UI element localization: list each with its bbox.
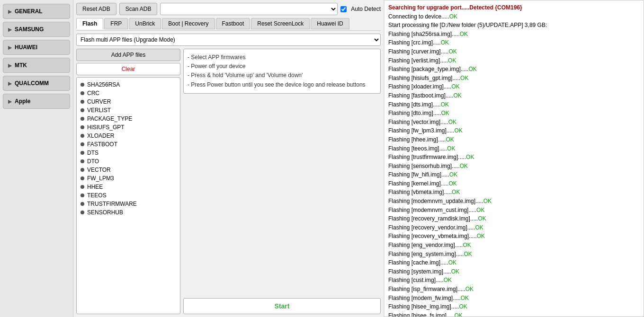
file-dot-icon [80,142,84,146]
file-dot-icon [80,125,84,129]
chevron-right-icon: ▶ [8,63,12,68]
tab-huawei-id[interactable]: Huawei ID [311,18,349,29]
tab-boot---recovery[interactable]: Boot | Recovery [162,18,215,29]
log-entry: Flashing [package_type.img].....OK [388,65,640,74]
instruction-line: - Press & hold 'Volume up' and 'Volume d… [188,71,376,80]
file-dot-icon [80,176,84,180]
sidebar-item-huawei[interactable]: ▶HUAWEI [3,40,70,55]
file-name: SENSORHUB [87,209,123,216]
flash-mode-select[interactable]: Flash multi APP files (Upgrade Mode) [76,34,381,46]
tab-frp[interactable]: FRP [104,18,128,29]
log-entry: Flashing [trustfirmware.img].....OK [388,153,640,162]
add-app-files-button[interactable]: Add APP files [76,49,180,61]
tab-unbrick[interactable]: UnBrick [129,18,161,29]
file-dot-icon [80,91,84,95]
log-entry: Flashing [cache.img].....OK [388,258,640,267]
sidebar-item-label: Apple [15,98,30,105]
file-name: VERLIST [87,107,111,114]
sidebar-item-mtk[interactable]: ▶MTK [3,58,70,73]
log-entry: Flashing [teeos.img].....OK [388,144,640,153]
log-entry: Flashing [eng_system.img].....OK [388,250,640,259]
file-name: HISIUFS_GPT [87,124,125,131]
log-entry: Flashing [recovery_vendor.img].....OK [388,223,640,232]
sidebar-item-general[interactable]: ▶GENERAL [3,4,70,19]
log-entry: Flashing [dto.img].....OK [388,109,640,118]
list-item: CURVER [80,97,176,106]
list-item: DTS [80,149,176,157]
file-name: DTS [87,150,98,156]
sidebar-item-apple[interactable]: ▶Apple [3,94,70,109]
file-dot-icon [80,100,84,104]
file-dot-icon [80,211,84,214]
log-panel: Searching for upgrade port.....Detected … [384,0,644,317]
file-dot-icon [80,185,84,189]
log-entry: Flashing [hisiufs_gpt.img].....OK [388,74,640,83]
log-entry: Flashing [crc.img].....OK [388,38,640,47]
chevron-right-icon: ▶ [8,99,12,104]
file-list-container: SHA256RSACRCCURVERVERLISTPACKAGE_TYPEHIS… [76,77,180,314]
left-panel: Add APP files Clear SHA256RSACRCCURVERVE… [76,49,180,314]
tab-fastboot[interactable]: Fastboot [216,18,250,29]
topbar: Reset ADB Scan ADB Auto Detect [76,3,381,15]
instructions: - Select APP firmwares- Power off your d… [183,49,381,94]
file-name: CRC [87,90,99,97]
list-item: VERLIST [80,106,176,114]
sidebar: ▶GENERAL▶SAMSUNG▶HUAWEI▶MTK▶QUALCOMM▶App… [0,0,73,317]
flash-mode-row: Flash multi APP files (Upgrade Mode) [76,34,381,46]
file-dot-icon [80,194,84,197]
tab-flash[interactable]: Flash [76,18,103,29]
list-item: VECTOR [80,166,176,174]
list-item: DTO [80,157,176,166]
sidebar-item-label: GENERAL [15,8,43,15]
clear-button[interactable]: Clear [76,63,180,75]
file-dot-icon [80,108,84,112]
file-name: TEEOS [87,192,107,199]
log-entry: Flashing [recovery_vbmeta.img].....OK [388,232,640,241]
right-panel: - Select APP firmwares- Power off your d… [183,49,381,314]
file-dot-icon [80,151,84,155]
start-button[interactable]: Start [183,298,381,314]
sidebar-item-label: MTK [15,62,27,69]
log-entry: Flashing [modem_fw.img].....OK [388,294,640,303]
file-dot-icon [80,159,84,163]
main-content: Reset ADB Scan ADB Auto Detect FlashFRPU… [73,0,384,317]
log-entry: Flashing [fastboot.img].....OK [388,91,640,100]
auto-detect-label: Auto Detect [351,6,381,12]
file-dot-icon [80,202,84,206]
log-entry: Flashing [fw_lpm3.img].....OK [388,126,640,135]
chevron-right-icon: ▶ [8,81,12,86]
log-entry: Flashing [sensorhub.img].....OK [388,162,640,171]
log-entry: Flashing [kernel.img].....OK [388,179,640,188]
log-entry: Flashing [vector.img].....OK [388,118,640,127]
log-entry: Flashing [verlist.img].....OK [388,56,640,65]
port-select[interactable] [160,3,338,15]
file-dot-icon [80,117,84,121]
log-entry: Flashing [xloader.img].....OK [388,82,640,91]
log-entry: Flashing [hisee_img.img].....OK [388,302,640,311]
list-item: XLOADER [80,132,176,140]
log-entry: Flashing [system.img].....OK [388,267,640,276]
log-entry: Start processing file [D:/New folder (5)… [388,21,640,30]
log-entry: Flashing [cust.img].....OK [388,276,640,285]
sidebar-item-qualcomm[interactable]: ▶QUALCOMM [3,76,70,91]
file-name: DTO [87,158,99,165]
file-name: FASTBOOT [87,141,117,148]
sidebar-item-samsung[interactable]: ▶SAMSUNG [3,22,70,37]
chevron-right-icon: ▶ [8,27,12,32]
tabs-row: FlashFRPUnBrickBoot | RecoveryFastbootRe… [76,18,381,31]
scan-adb-button[interactable]: Scan ADB [119,3,158,15]
instruction-line: - Select APP firmwares [188,53,376,62]
tab-reset-screenlock[interactable]: Reset ScreenLock [251,18,310,29]
list-item: SHA256RSA [80,80,176,89]
file-name: CURVER [87,98,111,105]
file-name: VECTOR [87,167,111,173]
log-entry: Flashing [curver.img].....OK [388,47,640,56]
file-dot-icon [80,83,84,87]
log-entry: Flashing [isp_firmware.img].....OK [388,285,640,294]
auto-detect-checkbox[interactable] [340,6,347,12]
instruction-line: - Power off your device [188,62,376,71]
log-entry: Flashing [hhee.img].....OK [388,135,640,144]
reset-adb-button[interactable]: Reset ADB [76,3,116,15]
instruction-line: - Press Power button until you see the d… [188,80,376,89]
log-entry: Flashing [fw_hifi.img].....OK [388,170,640,179]
